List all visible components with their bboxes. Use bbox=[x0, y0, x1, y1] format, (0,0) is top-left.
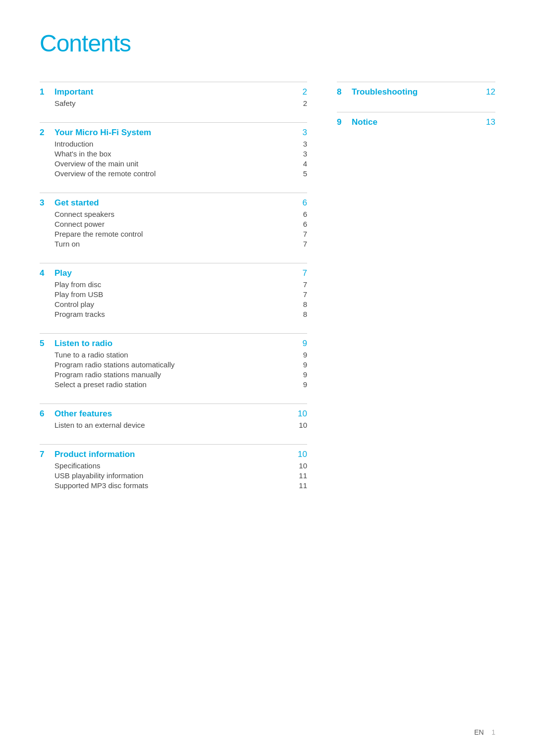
section-header-row: 4Play7 bbox=[40, 268, 307, 278]
subsection-row: USB playability information11 bbox=[40, 471, 307, 480]
subsection-text: Select a preset radio station bbox=[54, 380, 297, 389]
footer-page: 1 bbox=[491, 728, 495, 736]
section-number: 5 bbox=[40, 339, 50, 349]
subsection-page: 9 bbox=[297, 380, 307, 389]
subsection-page: 9 bbox=[297, 360, 307, 369]
section-title: Your Micro Hi-Fi System bbox=[54, 128, 297, 138]
subsection-page: 8 bbox=[297, 300, 307, 308]
section-divider bbox=[337, 82, 495, 82]
section-page: 7 bbox=[297, 268, 307, 278]
subsection-text: Connect speakers bbox=[54, 210, 297, 218]
right-column: 8Troubleshooting129Notice13 bbox=[337, 82, 495, 504]
subsection-row: Overview of the remote control5 bbox=[40, 169, 307, 178]
toc-section-1: 1Important2Safety2 bbox=[40, 82, 307, 107]
subsection-row: Program radio stations automatically9 bbox=[40, 360, 307, 369]
section-divider bbox=[40, 444, 307, 445]
subsection-text: Introduction bbox=[54, 140, 297, 148]
subsection-page: 2 bbox=[297, 99, 307, 107]
toc-section-3: 3Get started6Connect speakers6Connect po… bbox=[40, 193, 307, 248]
subsection-text: Safety bbox=[54, 99, 297, 107]
subsection-page: 7 bbox=[297, 230, 307, 238]
toc-section-8: 8Troubleshooting12 bbox=[337, 82, 495, 97]
subsection-row: Safety2 bbox=[40, 99, 307, 107]
section-title: Get started bbox=[54, 198, 297, 208]
section-page: 9 bbox=[297, 339, 307, 349]
footer-lang: EN bbox=[474, 728, 483, 736]
subsection-text: USB playability information bbox=[54, 471, 297, 480]
subsection-text: Specifications bbox=[54, 461, 297, 470]
subsection-page: 11 bbox=[297, 481, 307, 490]
subsection-row: Tune to a radio station9 bbox=[40, 351, 307, 359]
subsection-text: Program radio stations manually bbox=[54, 370, 297, 379]
subsection-text: Overview of the main unit bbox=[54, 159, 297, 168]
page-title: Contents bbox=[40, 30, 495, 57]
left-column: 1Important2Safety22Your Micro Hi-Fi Syst… bbox=[40, 82, 307, 504]
section-number: 2 bbox=[40, 128, 50, 138]
section-title: Product information bbox=[54, 450, 297, 459]
section-divider bbox=[40, 193, 307, 193]
section-header-row: 9Notice13 bbox=[337, 117, 495, 127]
section-number: 1 bbox=[40, 87, 50, 97]
subsection-page: 10 bbox=[297, 461, 307, 470]
toc-section-5: 5Listen to radio9Tune to a radio station… bbox=[40, 333, 307, 389]
subsection-page: 7 bbox=[297, 290, 307, 299]
section-header-row: 3Get started6 bbox=[40, 198, 307, 208]
section-number: 3 bbox=[40, 198, 50, 208]
section-title: Other features bbox=[54, 409, 297, 419]
section-divider bbox=[40, 333, 307, 334]
section-title: Listen to radio bbox=[54, 339, 297, 349]
subsection-text: Connect power bbox=[54, 220, 297, 228]
subsection-page: 8 bbox=[297, 310, 307, 318]
subsection-row: Play from USB7 bbox=[40, 290, 307, 299]
subsection-row: What's in the box3 bbox=[40, 150, 307, 158]
subsection-text: Prepare the remote control bbox=[54, 230, 297, 238]
subsection-row: Control play8 bbox=[40, 300, 307, 308]
section-header-row: 1Important2 bbox=[40, 87, 307, 97]
subsection-page: 9 bbox=[297, 370, 307, 379]
section-divider bbox=[40, 263, 307, 263]
section-page: 10 bbox=[297, 409, 307, 419]
subsection-row: Prepare the remote control7 bbox=[40, 230, 307, 238]
subsection-row: Program tracks8 bbox=[40, 310, 307, 318]
section-header-row: 6Other features10 bbox=[40, 409, 307, 419]
subsection-page: 7 bbox=[297, 240, 307, 248]
section-title: Notice bbox=[352, 117, 485, 127]
section-title: Troubleshooting bbox=[352, 87, 485, 97]
section-page: 12 bbox=[485, 87, 495, 97]
subsection-row: Supported MP3 disc formats11 bbox=[40, 481, 307, 490]
subsection-row: Specifications10 bbox=[40, 461, 307, 470]
section-title: Important bbox=[54, 87, 297, 97]
subsection-text: Control play bbox=[54, 300, 297, 308]
section-header-row: 5Listen to radio9 bbox=[40, 339, 307, 349]
footer: EN 1 bbox=[474, 728, 495, 736]
subsection-row: Introduction3 bbox=[40, 140, 307, 148]
subsection-row: Connect power6 bbox=[40, 220, 307, 228]
subsection-row: Select a preset radio station9 bbox=[40, 380, 307, 389]
subsection-text: Play from disc bbox=[54, 280, 297, 289]
subsection-page: 9 bbox=[297, 351, 307, 359]
toc-section-2: 2Your Micro Hi-Fi System3Introduction3Wh… bbox=[40, 122, 307, 178]
section-page: 10 bbox=[297, 450, 307, 459]
toc-layout: 1Important2Safety22Your Micro Hi-Fi Syst… bbox=[40, 82, 495, 504]
section-page: 13 bbox=[485, 117, 495, 127]
subsection-page: 6 bbox=[297, 220, 307, 228]
section-divider bbox=[337, 112, 495, 112]
subsection-row: Play from disc7 bbox=[40, 280, 307, 289]
subsection-text: Listen to an external device bbox=[54, 421, 297, 429]
toc-section-9: 9Notice13 bbox=[337, 112, 495, 127]
subsection-row: Listen to an external device10 bbox=[40, 421, 307, 429]
subsection-row: Connect speakers6 bbox=[40, 210, 307, 218]
subsection-row: Overview of the main unit4 bbox=[40, 159, 307, 168]
section-page: 3 bbox=[297, 128, 307, 138]
toc-section-7: 7Product information10Specifications10US… bbox=[40, 444, 307, 490]
subsection-text: Program tracks bbox=[54, 310, 297, 318]
subsection-page: 3 bbox=[297, 150, 307, 158]
subsection-text: What's in the box bbox=[54, 150, 297, 158]
subsection-text: Overview of the remote control bbox=[54, 169, 297, 178]
subsection-text: Play from USB bbox=[54, 290, 297, 299]
subsection-text: Supported MP3 disc formats bbox=[54, 481, 297, 490]
subsection-text: Turn on bbox=[54, 240, 297, 248]
toc-section-4: 4Play7Play from disc7Play from USB7Contr… bbox=[40, 263, 307, 318]
subsection-text: Program radio stations automatically bbox=[54, 360, 297, 369]
subsection-page: 4 bbox=[297, 159, 307, 168]
